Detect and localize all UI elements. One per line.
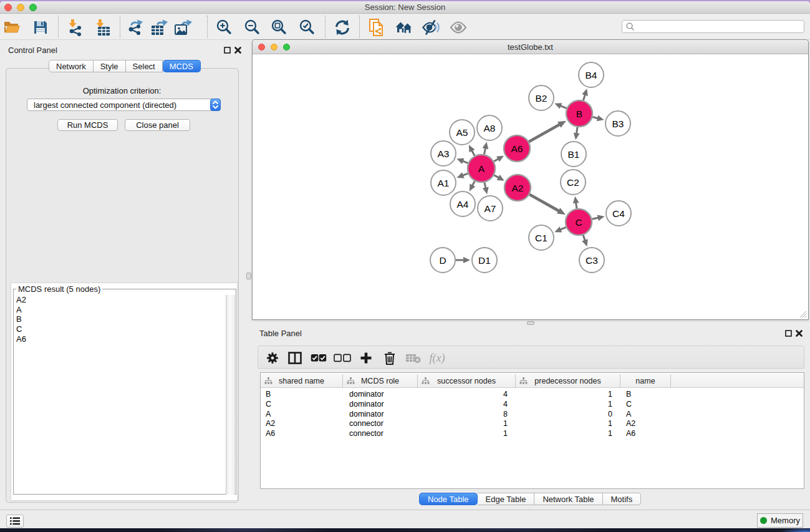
- criterion-dropdown[interactable]: largest connected component (directed): [27, 99, 221, 111]
- export-network-icon[interactable]: [127, 18, 145, 37]
- export-table-icon[interactable]: [150, 18, 169, 37]
- zoom-window-button[interactable]: [29, 4, 37, 11]
- tab-select[interactable]: Select: [126, 60, 163, 72]
- result-scrollbar[interactable]: [226, 295, 235, 495]
- cell-shared-name[interactable]: A: [261, 410, 343, 420]
- cell-shared-name[interactable]: B: [261, 390, 343, 400]
- close-window-button[interactable]: [4, 4, 12, 11]
- cell-predecessor-nodes[interactable]: 0: [516, 410, 620, 420]
- cell-successor-nodes[interactable]: 1: [418, 429, 516, 439]
- network-close-button[interactable]: [258, 44, 265, 51]
- refresh-icon[interactable]: [333, 18, 352, 37]
- cell-MCDS-role[interactable]: dominator: [343, 390, 418, 400]
- column-header-successor-nodes[interactable]: successor nodes: [418, 374, 516, 388]
- network-zoom-button[interactable]: [283, 44, 290, 51]
- graph-node-C4[interactable]: C4: [606, 201, 631, 226]
- open-file-icon[interactable]: [2, 18, 21, 37]
- save-session-icon[interactable]: [31, 18, 50, 37]
- cell-MCDS-role[interactable]: dominator: [343, 410, 418, 420]
- cell-name[interactable]: A: [620, 410, 671, 420]
- cell-shared-name[interactable]: C: [261, 400, 343, 410]
- graph-node-B[interactable]: B: [566, 100, 592, 127]
- first-neighbors-icon[interactable]: [367, 18, 386, 37]
- zoom-fit-icon[interactable]: [270, 18, 289, 37]
- cell-successor-nodes[interactable]: 4: [418, 400, 516, 410]
- memory-button[interactable]: Memory: [757, 513, 803, 528]
- cell-name[interactable]: A2: [620, 419, 671, 429]
- search-field[interactable]: [622, 20, 804, 33]
- graph-node-B1[interactable]: B1: [561, 142, 586, 167]
- cell-predecessor-nodes[interactable]: 1: [516, 400, 620, 410]
- import-table-icon[interactable]: [92, 18, 111, 37]
- graph-node-D[interactable]: D: [430, 248, 455, 273]
- tab-mcds[interactable]: MCDS: [163, 60, 201, 72]
- tab-motifs[interactable]: Motifs: [603, 493, 642, 505]
- graph-node-A3[interactable]: A3: [431, 141, 456, 166]
- graph-node-A2[interactable]: A2: [504, 175, 531, 201]
- column-header-name[interactable]: name: [620, 374, 671, 388]
- edge-A6-B[interactable]: [529, 124, 560, 142]
- run-mcds-button[interactable]: Run MCDS: [57, 119, 118, 131]
- import-network-icon[interactable]: [65, 18, 84, 37]
- cell-predecessor-nodes[interactable]: 1: [516, 429, 620, 439]
- graph-node-A6[interactable]: A6: [504, 135, 530, 162]
- columns-icon[interactable]: [286, 350, 304, 366]
- select-all-icon[interactable]: [309, 350, 328, 366]
- cell-MCDS-role[interactable]: dominator: [343, 400, 418, 410]
- deselect-all-icon[interactable]: [333, 350, 352, 366]
- graph-node-A8[interactable]: A8: [477, 115, 502, 140]
- cell-successor-nodes[interactable]: 4: [418, 390, 516, 400]
- show-all-icon[interactable]: [449, 18, 468, 37]
- export-image-icon[interactable]: [174, 18, 193, 37]
- graph-node-A4[interactable]: A4: [450, 191, 475, 216]
- graph-node-D1[interactable]: D1: [472, 248, 497, 273]
- tab-style[interactable]: Style: [94, 60, 126, 72]
- tab-network[interactable]: Network: [49, 60, 94, 72]
- result-item[interactable]: A2: [14, 295, 226, 305]
- graph-node-B3[interactable]: B3: [605, 111, 630, 136]
- cell-shared-name[interactable]: A2: [261, 419, 343, 429]
- table-row[interactable]: Bdominator41B: [261, 390, 804, 400]
- cell-predecessor-nodes[interactable]: 1: [516, 419, 620, 429]
- edge-A2-C[interactable]: [529, 195, 559, 211]
- graph-node-C2[interactable]: C2: [561, 170, 586, 195]
- table-row[interactable]: A2connector11A2: [261, 419, 804, 429]
- cell-name[interactable]: B: [620, 390, 671, 400]
- cell-shared-name[interactable]: A6: [261, 429, 343, 439]
- close-panel-button[interactable]: Close panel: [125, 119, 190, 131]
- minimize-window-button[interactable]: [17, 4, 24, 11]
- graph-node-A7[interactable]: A7: [478, 196, 503, 221]
- hide-selected-icon[interactable]: [422, 18, 440, 37]
- graph-node-A[interactable]: A: [468, 155, 495, 182]
- zoom-out-icon[interactable]: [243, 18, 262, 37]
- table-row[interactable]: Adominator80A: [261, 410, 804, 420]
- control-panel-close-icon[interactable]: [233, 46, 242, 54]
- column-header-MCDS-role[interactable]: MCDS role: [343, 374, 418, 388]
- tab-network-table[interactable]: Network Table: [534, 493, 602, 505]
- cell-successor-nodes[interactable]: 1: [418, 419, 516, 429]
- table-row[interactable]: A6connector11A6: [261, 429, 804, 439]
- graph-node-B4[interactable]: B4: [579, 62, 604, 87]
- tab-node-table[interactable]: Node Table: [419, 493, 478, 505]
- graph-node-A5[interactable]: A5: [450, 120, 475, 145]
- delete-table-icon[interactable]: [404, 350, 423, 366]
- graph-node-B2[interactable]: B2: [529, 85, 554, 110]
- result-item[interactable]: C: [14, 324, 226, 334]
- function-builder-icon[interactable]: f(x): [428, 350, 446, 366]
- cell-predecessor-nodes[interactable]: 1: [516, 390, 620, 400]
- control-panel-float-icon[interactable]: [223, 46, 231, 54]
- houses-icon[interactable]: [395, 18, 413, 37]
- network-minimize-button[interactable]: [271, 44, 277, 51]
- cell-name[interactable]: A6: [620, 429, 671, 439]
- search-input[interactable]: [635, 22, 804, 32]
- result-item[interactable]: A6: [14, 334, 226, 344]
- add-icon[interactable]: [357, 350, 375, 366]
- graph-node-A1[interactable]: A1: [431, 170, 456, 195]
- cell-MCDS-role[interactable]: connector: [343, 429, 418, 439]
- window-resize-grip-icon[interactable]: [799, 311, 807, 318]
- graph-node-C1[interactable]: C1: [529, 225, 554, 250]
- network-graph-canvas[interactable]: AA6A2BCA1A3A5A8A4A7B1B2B3B4C1C2C3C4DD1: [253, 54, 808, 319]
- result-item[interactable]: B: [14, 314, 226, 324]
- result-item[interactable]: A: [14, 305, 226, 315]
- column-header-predecessor-nodes[interactable]: predecessor nodes: [516, 374, 620, 388]
